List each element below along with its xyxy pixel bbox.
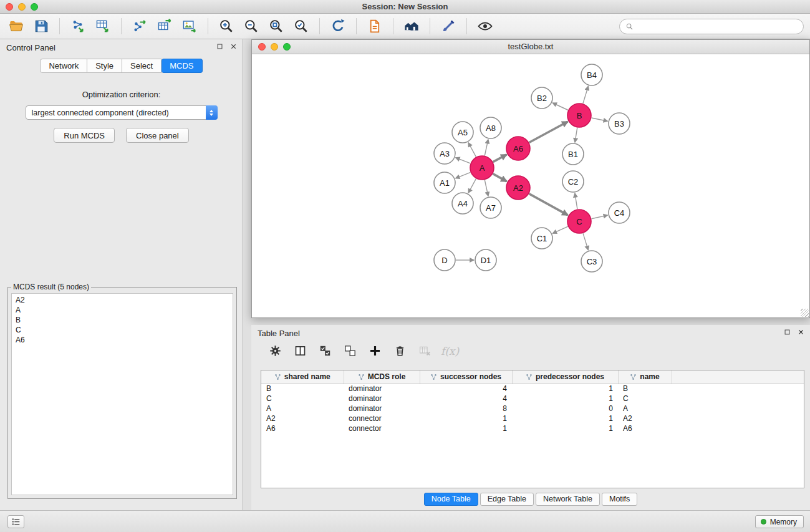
edge-A-A2[interactable] <box>493 174 507 181</box>
table-cell[interactable]: A2 <box>618 414 672 423</box>
node-C3[interactable]: C3 <box>581 251 602 272</box>
node-A3[interactable]: A3 <box>434 143 455 164</box>
node-A7[interactable]: A7 <box>480 197 501 218</box>
node-B1[interactable]: B1 <box>562 143 584 165</box>
table-cell[interactable]: B <box>618 384 672 394</box>
edge-B-B3[interactable] <box>592 118 608 121</box>
node-B4[interactable]: B4 <box>581 64 602 85</box>
tab-node-table[interactable]: Node Table <box>424 493 478 506</box>
edge-A-A6[interactable] <box>493 155 507 162</box>
mcds-result-item[interactable]: B <box>12 315 233 325</box>
edge-C-C2[interactable] <box>575 193 577 209</box>
analyzer-button[interactable] <box>436 15 461 37</box>
table-cell[interactable]: dominator <box>344 384 420 394</box>
node-A1[interactable]: A1 <box>434 172 455 193</box>
table-cell[interactable]: A <box>618 404 672 414</box>
edge-A-A5[interactable] <box>468 143 476 157</box>
edge-B-B1[interactable] <box>575 128 577 143</box>
run-mcds-button[interactable]: Run MCDS <box>54 128 115 143</box>
table-row[interactable]: Cdominator41C <box>261 394 804 404</box>
search-input[interactable] <box>637 22 798 31</box>
table-cell[interactable]: A <box>261 404 344 414</box>
table-cell[interactable]: 1 <box>512 394 618 404</box>
tab-network-table[interactable]: Network Table <box>536 493 600 506</box>
import-network-button[interactable] <box>65 15 90 37</box>
table-cell[interactable]: 1 <box>420 414 512 423</box>
node-B[interactable]: B <box>567 104 591 127</box>
table-row[interactable]: Adominator80A <box>261 404 804 414</box>
column-header-predecessor-nodes[interactable]: predecessor nodes <box>512 370 618 384</box>
table-cell[interactable]: 1 <box>512 414 618 423</box>
add-row-button[interactable] <box>365 341 385 360</box>
edge-A-A3[interactable] <box>456 158 471 163</box>
float-panel-icon[interactable] <box>216 43 223 50</box>
node-C4[interactable]: C4 <box>609 202 630 223</box>
apply-layout-button[interactable] <box>325 15 350 37</box>
table-cell[interactable]: C <box>618 394 672 404</box>
edge-A2-C[interactable] <box>529 194 568 215</box>
node-D[interactable]: D <box>434 249 455 271</box>
table-settings-button[interactable] <box>265 341 286 360</box>
table-cell[interactable]: 0 <box>512 404 618 414</box>
tab-select[interactable]: Select <box>122 59 162 73</box>
import-table-button[interactable] <box>90 15 115 37</box>
edge-B-B4[interactable] <box>583 86 589 104</box>
edge-A-A7[interactable] <box>485 180 488 196</box>
network-close-button[interactable] <box>258 43 266 51</box>
close-panel-icon[interactable] <box>230 43 237 50</box>
node-A4[interactable]: A4 <box>452 193 473 214</box>
node-A5[interactable]: A5 <box>452 122 473 143</box>
node-C2[interactable]: C2 <box>562 171 584 192</box>
column-header-MCDS-role[interactable]: MCDS role <box>344 370 420 384</box>
show-panels-button[interactable] <box>7 515 24 528</box>
column-header-shared-name[interactable]: shared name <box>261 370 344 384</box>
node-B2[interactable]: B2 <box>531 87 552 109</box>
tab-motifs[interactable]: Motifs <box>602 493 637 506</box>
column-header-name[interactable]: name <box>618 370 672 384</box>
tab-mcds[interactable]: MCDS <box>162 59 202 73</box>
table-cell[interactable]: dominator <box>344 404 420 414</box>
zoom-in-button[interactable] <box>214 15 239 37</box>
table-cell[interactable]: connector <box>344 423 420 433</box>
table-row[interactable]: A2connector11A2 <box>261 414 804 423</box>
mcds-result-item[interactable]: A6 <box>12 335 233 345</box>
network-window-titlebar[interactable]: testGlobe.txt <box>252 40 809 54</box>
mcds-result-list[interactable]: A2ABCA6 <box>11 293 233 495</box>
table-cell[interactable]: 4 <box>420 384 512 394</box>
table-cell[interactable]: connector <box>344 414 420 423</box>
float-table-panel-icon[interactable] <box>784 329 791 336</box>
edge-C-C3[interactable] <box>583 233 588 250</box>
criterion-dropdown[interactable]: largest connected component (directed) <box>26 105 218 120</box>
show-hide-button[interactable] <box>473 15 498 37</box>
table-row[interactable]: Bdominator41B <box>261 384 804 394</box>
table-cell[interactable]: 1 <box>512 423 618 433</box>
open-session-button[interactable] <box>4 15 29 37</box>
close-panel-button[interactable]: Close panel <box>126 128 189 143</box>
node-C[interactable]: C <box>567 210 591 233</box>
table-cell[interactable]: B <box>261 384 344 394</box>
search-field[interactable] <box>619 19 804 34</box>
table-cell[interactable]: 8 <box>420 404 512 414</box>
node-A6[interactable]: A6 <box>506 137 530 160</box>
home-button[interactable] <box>399 15 424 37</box>
table-cell[interactable]: A6 <box>261 423 344 433</box>
mcds-result-item[interactable]: C <box>12 325 233 335</box>
column-header-successor-nodes[interactable]: successor nodes <box>420 370 512 384</box>
resize-grip[interactable] <box>801 309 809 317</box>
table-cell[interactable]: dominator <box>344 394 420 404</box>
table-cell[interactable]: 1 <box>420 423 512 433</box>
zoom-fit-button[interactable] <box>264 15 289 37</box>
node-C1[interactable]: C1 <box>531 228 552 249</box>
edge-A-A1[interactable] <box>456 172 471 178</box>
select-all-rows-button[interactable] <box>315 341 335 360</box>
memory-button[interactable]: Memory <box>755 515 804 528</box>
node-table[interactable]: shared nameMCDS rolesuccessor nodesprede… <box>261 370 804 488</box>
table-cell[interactable]: A2 <box>261 414 344 423</box>
mcds-result-item[interactable]: A <box>12 305 233 315</box>
node-A2[interactable]: A2 <box>506 176 530 200</box>
export-image-button[interactable] <box>177 15 202 37</box>
edge-C-C4[interactable] <box>592 215 608 219</box>
save-session-button[interactable] <box>29 15 54 37</box>
node-B3[interactable]: B3 <box>609 113 630 134</box>
table-cell[interactable]: 1 <box>512 384 618 394</box>
